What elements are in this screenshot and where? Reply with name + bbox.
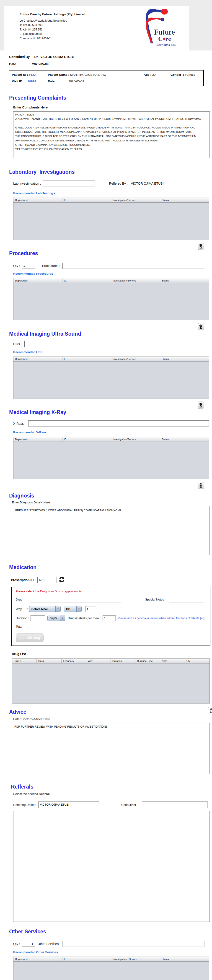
fraction-note: Please add as decimal numbers when addin… (118, 617, 206, 620)
uss-table-body[interactable] (13, 361, 209, 399)
chevron-down-icon: ▼ (55, 606, 60, 612)
referring-doctor-input[interactable] (38, 802, 100, 808)
column-header: Duration (111, 659, 135, 663)
lab-table-header: Department ID Investigation/Service Stat… (13, 198, 209, 203)
presenting-complaints-heading: Presenting Complaints (9, 95, 212, 101)
delete-xray-button[interactable] (198, 482, 204, 489)
consultation-report-page: Future Care by Future Holdings (Pty) Lim… (0, 0, 212, 980)
company-phone-2: T: +24 84 225 252 (19, 27, 116, 32)
referral-sub-label: Select the needed Refferal (13, 792, 212, 795)
way-select[interactable]: Before Meal▼ (29, 606, 61, 612)
delete-lab-testing-button[interactable] (198, 243, 204, 250)
patient-gender: Gender : Female (170, 73, 201, 76)
add-drug-button[interactable]: + Add Drug (16, 633, 43, 642)
delete-drug-button[interactable] (208, 707, 212, 714)
refresh-icon (59, 576, 65, 583)
trash-icon (199, 403, 202, 407)
frequency-select[interactable]: OD▼ (64, 606, 82, 612)
total-label: Total : (16, 625, 28, 628)
xray-heading: Medical Imaging X-Ray (9, 409, 212, 415)
procedures-table: Department ID Investigation/Service Stat… (13, 278, 209, 320)
column-header: Department (13, 437, 63, 442)
referring-doctor-label: Reffering Doctor (13, 803, 35, 807)
column-header: Fequency (61, 659, 86, 663)
prescription-id-input[interactable] (37, 577, 56, 583)
procedures-label: Procedures : (42, 264, 60, 267)
procedures-table-body[interactable] (13, 283, 209, 320)
chevron-down-icon: ▼ (60, 615, 65, 621)
recommended-xrays-label: Recommended X-Rays (13, 431, 212, 434)
other-services-input[interactable] (62, 941, 204, 947)
per-meal-input[interactable] (103, 615, 116, 621)
procedures-input[interactable] (63, 263, 204, 269)
way-qty-input[interactable] (85, 606, 96, 612)
visit-date: Date : 2025-05-09 (48, 80, 144, 83)
lab-investigation-input[interactable] (43, 181, 95, 186)
column-header: Way (86, 659, 111, 663)
referral-list-box[interactable] (13, 811, 210, 922)
column-header: Note (160, 659, 185, 663)
duration-input[interactable] (31, 615, 45, 621)
consultant-label: Consultant (121, 803, 136, 807)
other-qty-input[interactable] (22, 941, 35, 947)
lab-referred-by-value: VICTOR OJIMA ETUBI (131, 182, 164, 185)
drug-table-body[interactable] (12, 663, 209, 703)
medication-heading: Medication (9, 564, 212, 571)
consultant-input[interactable] (142, 802, 208, 808)
column-header: ID (63, 437, 111, 442)
xray-table-header: Department ID Investigation/Service Stat… (13, 437, 209, 442)
consult-date-line: Date : 2025-05-09 (9, 62, 212, 66)
recommended-lab-testings-label: Recommended Lab Testings (13, 191, 212, 195)
lab-testings-table: Department ID Investigation/Service Stat… (13, 197, 209, 240)
uss-input[interactable] (24, 341, 208, 347)
referrals-heading: Refferals (11, 784, 212, 790)
logo-tagline: Body Mind Soul (156, 43, 176, 47)
consult-block: Consulted By : Dr. VICTOR OJIMA ETUBI Da… (0, 51, 212, 66)
column-header: Drug ID (12, 659, 37, 663)
column-header: Investigation/Service (111, 198, 160, 202)
refresh-prescription-button[interactable] (59, 576, 65, 584)
uss-label: USS : (13, 342, 22, 346)
patient-info-box: Patient ID : 5633 Patient Name : MARTHA … (9, 70, 204, 86)
advice-textarea[interactable]: FOR FURTHER REVIEW WITH PENDING RESULTS … (12, 722, 210, 774)
column-header: Department (13, 278, 63, 283)
advice-label: Enter Doctor's Advice Here (13, 718, 212, 721)
lab-table-body[interactable] (13, 203, 209, 240)
complaints-textarea[interactable]: PATIENT SEEN. A KNOWN HTN AND DIABETIC O… (13, 111, 210, 158)
other-services-label: Other Services : (38, 942, 60, 946)
column-header: Qty (185, 659, 209, 663)
consulted-by-line: Consulted By : Dr. VICTOR OJIMA ETUBI (9, 55, 212, 59)
other-services-table: Department ID Investigation / Service St… (13, 956, 209, 980)
column-header: Investigation / Service (111, 957, 160, 961)
delete-procedure-button[interactable] (198, 323, 204, 330)
xray-label: X-Rays : (13, 422, 26, 425)
special-notes-label: Special Notes : (145, 598, 167, 601)
procedures-heading: Procedures (9, 250, 212, 256)
procedures-qty-input[interactable] (22, 263, 35, 269)
drug-suggestion-hint: Please select the Drug from Drug suggess… (16, 590, 206, 593)
column-header: Status (160, 278, 209, 283)
delete-uss-button[interactable] (198, 402, 204, 409)
column-header: Status (160, 198, 209, 202)
drug-list-table: Drug ID Drug Fequency Way Duration Durat… (12, 659, 210, 703)
drug-input[interactable] (30, 597, 121, 603)
xray-input[interactable] (28, 420, 209, 426)
column-header: Duration Type (135, 659, 160, 663)
xray-table-body[interactable] (13, 442, 209, 479)
trash-icon (199, 483, 202, 488)
lab-referred-by-label: Reffered By : (109, 182, 127, 185)
diagnosis-heading: Diagnosis (9, 493, 212, 499)
medication-entry-box: Please select the Drug from Drug suggess… (11, 587, 210, 646)
special-notes-input[interactable] (169, 597, 204, 603)
header-band: Future Care by Future Holdings (Pty) Lim… (0, 0, 212, 51)
other-table-body[interactable] (13, 962, 209, 980)
way-label: Way : (16, 607, 28, 611)
diagnosis-textarea[interactable]: PRESURE SYMPTOMS (LOWER ABDOMINAL PAINS)… (12, 506, 210, 555)
company-rule (19, 17, 112, 17)
recommended-procedures-label: Recommended Procedures (13, 272, 212, 275)
column-header: Status (160, 957, 209, 961)
other-qty-label: Qty : (13, 942, 20, 946)
xray-table: Department ID Investigation/Service Stat… (13, 437, 209, 479)
column-header: ID (63, 957, 111, 961)
duration-unit-select[interactable]: Day/s▼ (47, 615, 65, 621)
